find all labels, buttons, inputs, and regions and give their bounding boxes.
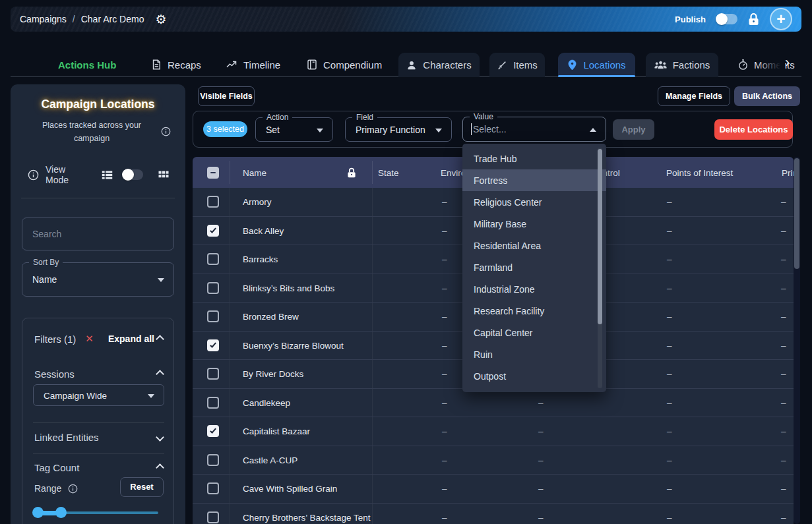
linked-entities-section-header[interactable]: Linked Entities <box>34 432 163 443</box>
row-checkbox[interactable] <box>207 368 219 380</box>
tab-factions[interactable]: Factions <box>646 53 718 77</box>
select-all-checkbox[interactable] <box>207 167 219 179</box>
apply-button[interactable]: Apply <box>613 119 654 140</box>
expand-all-button[interactable]: Expand all <box>108 334 154 344</box>
nav-link-timeline[interactable]: Timeline <box>226 53 280 76</box>
cell-points-of-interest: – <box>667 397 672 407</box>
column-header-points-of-interest[interactable]: Points of Interest <box>666 167 733 177</box>
manage-fields-button[interactable]: Manage Fields <box>658 86 730 106</box>
cell-environment: – <box>442 369 447 379</box>
action-select[interactable]: Action Set <box>255 117 333 142</box>
lock-icon[interactable] <box>748 13 759 26</box>
info-icon[interactable] <box>28 169 39 181</box>
location-name[interactable]: Barracks <box>243 254 278 264</box>
row-checkbox[interactable] <box>207 339 219 351</box>
dropdown-scrollbar-thumb[interactable] <box>598 149 602 324</box>
cell-points-of-interest: – <box>667 225 672 235</box>
tab-locations[interactable]: Locations <box>558 53 635 77</box>
row-checkbox[interactable] <box>207 253 219 265</box>
table-row[interactable]: Capitalist Bazaar – – – – <box>193 417 794 446</box>
location-name[interactable]: Cave With Spilled Grain <box>243 484 337 494</box>
tab-characters[interactable]: Characters <box>398 53 480 77</box>
dropdown-option[interactable]: Industrial Zone <box>462 278 606 300</box>
table-row[interactable]: Cherry Brothers’ Backstage Tent – – – – <box>193 504 794 524</box>
grid-view-icon[interactable] <box>158 169 170 181</box>
reset-button[interactable]: Reset <box>120 477 164 497</box>
dropdown-option[interactable]: Religious Center <box>462 191 606 213</box>
sessions-section-header[interactable]: Sessions <box>34 368 163 380</box>
location-name[interactable]: Bronzed Brew <box>243 312 299 322</box>
cell-territorial-control: – <box>538 455 544 465</box>
filters-divider <box>33 453 164 453</box>
row-checkbox[interactable] <box>207 310 219 322</box>
location-name[interactable]: Castle A-CUP <box>243 455 297 465</box>
chevron-down-icon <box>156 433 164 442</box>
row-checkbox[interactable] <box>207 225 219 237</box>
row-checkbox[interactable] <box>207 196 219 208</box>
dropdown-option[interactable]: Fortress <box>462 169 606 191</box>
publish-toggle[interactable] <box>716 14 737 24</box>
sessions-select[interactable]: Campaign Wide <box>33 384 164 406</box>
dropdown-option[interactable]: Ruin <box>462 343 606 365</box>
dropdown-option[interactable]: Research Facility <box>462 300 606 322</box>
cell-territorial-control: – <box>538 397 544 407</box>
gear-icon[interactable]: ⚙ <box>155 13 166 26</box>
breadcrumb-current[interactable]: Char Arc Demo <box>81 14 144 24</box>
table-row[interactable]: Castle A-CUP – – – – <box>193 446 794 475</box>
info-icon[interactable] <box>161 127 171 136</box>
location-name[interactable]: Candlekeep <box>243 397 290 407</box>
tab-items[interactable]: Items <box>489 53 545 77</box>
location-name[interactable]: By River Docks <box>243 369 303 379</box>
info-icon[interactable] <box>68 484 78 494</box>
row-checkbox[interactable] <box>207 425 219 437</box>
table-row[interactable]: Candlekeep – – – – <box>193 389 794 418</box>
table-row[interactable]: Cave With Spilled Grain – – – – <box>193 475 794 504</box>
location-name[interactable]: Blinksy’s Bits and Bobs <box>243 283 334 293</box>
column-header-primary-function[interactable]: Primary Function <box>782 167 794 177</box>
bulk-actions-button[interactable]: Bulk Actions <box>734 86 800 106</box>
breadcrumb-root[interactable]: Campaigns <box>20 14 67 24</box>
nav-link-compendium[interactable]: Compendium <box>306 53 382 76</box>
nav-link-recaps[interactable]: Recaps <box>150 53 201 76</box>
row-checkbox[interactable] <box>207 511 219 523</box>
location-name[interactable]: Capitalist Bazaar <box>243 426 310 436</box>
view-mode-toggle[interactable] <box>123 169 143 180</box>
dropdown-option[interactable]: Outpost <box>462 365 606 387</box>
row-checkbox[interactable] <box>207 282 219 294</box>
table-scrollbar-thumb[interactable] <box>794 158 799 269</box>
dropdown-option[interactable]: Military Base <box>462 213 606 235</box>
location-name[interactable]: Back Alley <box>243 225 284 235</box>
dropdown-option[interactable]: Residential Area <box>462 235 606 256</box>
row-checkbox[interactable] <box>207 454 219 466</box>
cell-points-of-interest: – <box>667 340 672 350</box>
location-name[interactable]: Cherry Brothers’ Backstage Tent <box>243 512 371 522</box>
nav-link-actions-hub[interactable]: Actions Hub <box>58 53 116 76</box>
visible-fields-button[interactable]: Visible Fields <box>198 86 255 106</box>
column-header-name[interactable]: Name <box>243 167 266 177</box>
field-select[interactable]: Field Primary Function <box>345 117 452 142</box>
value-select[interactable]: Value Select... <box>462 117 606 142</box>
cell-environment: – <box>442 426 447 436</box>
cell-primary-function: – <box>781 225 786 235</box>
location-name[interactable]: Buenxy’s Bizarre Blowout <box>243 340 344 350</box>
dropdown-option[interactable]: Farmland <box>462 256 606 278</box>
sort-by-select[interactable]: Sort By Name <box>22 262 174 297</box>
range-slider-handle-max[interactable] <box>55 507 67 518</box>
delete-locations-button[interactable]: Delete Locations <box>714 119 793 140</box>
dropdown-option[interactable]: Trade Hub <box>462 148 606 169</box>
add-button[interactable]: + <box>770 8 792 30</box>
tag-count-section-header[interactable]: Tag Count <box>34 462 163 473</box>
row-checkbox[interactable] <box>207 482 219 494</box>
location-name[interactable]: Armory <box>243 197 272 207</box>
cell-primary-function: – <box>781 254 786 264</box>
row-checkbox[interactable] <box>207 397 219 409</box>
lock-column-icon[interactable] <box>347 167 356 178</box>
dropdown-option[interactable]: Capital Center <box>462 322 606 343</box>
collapse-filters-icon[interactable] <box>156 335 164 343</box>
range-slider-handle-min[interactable] <box>32 507 44 518</box>
column-header-state[interactable]: State <box>378 167 399 177</box>
list-view-icon[interactable] <box>101 169 113 181</box>
search-input[interactable] <box>22 218 174 250</box>
tab-scroll-right-icon[interactable]: › <box>785 54 790 71</box>
clear-filters-icon[interactable]: ✕ <box>85 333 94 345</box>
